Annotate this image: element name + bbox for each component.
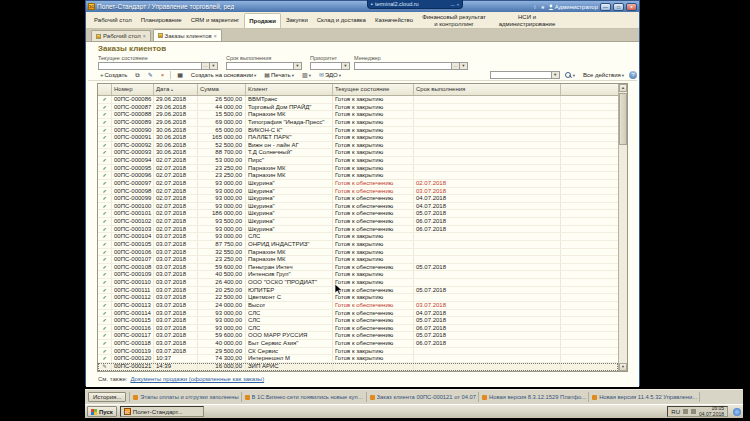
taskbar-app-button[interactable]: 1С Полет-Стандарт... — [120, 406, 204, 417]
table-row[interactable]: ✓ 00ПС-000091 30.06.2018 165 000,00 ПАЛЛ… — [98, 134, 618, 142]
show-desktop-icon[interactable] — [733, 408, 741, 416]
print-button[interactable]: ▤ Печать ▾ — [261, 71, 297, 80]
table-row[interactable]: ✓ 00ПС-000093 30.06.2018 88 700,00 Т.Д С… — [98, 149, 618, 157]
table-row[interactable]: ✓ 00ПС-000116 03.07.2018 93 000,00 СЛС Г… — [98, 325, 618, 333]
table-row[interactable]: ✓ 00ПС-000108 03.07.2018 59 600,00 Пеньт… — [98, 264, 618, 272]
tray-icon[interactable] — [683, 409, 688, 414]
close-button[interactable]: × — [626, 3, 637, 11]
choose-icon[interactable]: … — [452, 62, 460, 70]
table-row[interactable]: ✓ 00ПС-000110 03.07.2018 26 400,00 ООО "… — [98, 279, 618, 287]
chevron-down-icon[interactable]: ▾ — [294, 62, 302, 70]
filter-current-state-input[interactable] — [98, 62, 202, 70]
table-row[interactable]: ✓ 00ПС-000120 10:37 74 300,00 Интернешнл… — [98, 355, 618, 363]
table-row[interactable]: ✓ 00ПС-000115 03.07.2018 93 000,00 СЛС Г… — [98, 317, 618, 325]
table-row[interactable]: ✓ 00ПС-000118 03.07.2018 40 000,00 Быт С… — [98, 340, 618, 348]
table-row[interactable]: ✓ 00ПС-000117 03.07.2018 59 600,00 ООО М… — [98, 332, 618, 340]
edit-button[interactable]: ✎ — [145, 71, 156, 80]
section-menu-item[interactable]: Рабочий стол — [90, 13, 136, 28]
tab-close-icon[interactable]: × — [214, 33, 217, 39]
table-row[interactable]: ✓ 00ПС-000104 03.07.2018 93 000,00 СЛС Г… — [98, 233, 618, 241]
table-row[interactable]: ✓ 00ПС-000095 02.07.2018 23 250,00 Парна… — [98, 165, 618, 173]
chevron-down-icon[interactable]: ▾ — [460, 62, 468, 70]
table-row[interactable]: ✓ 00ПС-000092 30.06.2018 52 500,00 Вижн … — [98, 142, 618, 150]
section-menu-item[interactable]: Планирование — [137, 13, 186, 28]
scroll-down-icon[interactable]: ▼ — [619, 363, 627, 371]
help-icon[interactable]: ? — [629, 71, 637, 79]
scroll-up-icon[interactable]: ▲ — [619, 84, 627, 92]
chevron-down-icon[interactable]: ▾ — [552, 71, 560, 79]
table-row[interactable]: ✓ 00ПС-000106 03.07.2018 32 550,00 Парна… — [98, 249, 618, 257]
table-row[interactable]: ✓ 00ПС-000096 02.07.2018 23 250,00 Парна… — [98, 172, 618, 180]
header-state[interactable]: Текущее состояние — [333, 84, 414, 95]
notification-item[interactable]: Новая версия 11.4.5.32 Управлени... — [592, 392, 700, 402]
set-interval-button[interactable]: ▦ — [174, 71, 186, 80]
window-tab[interactable]: Рабочий стол × — [91, 30, 151, 41]
delete-button[interactable]: × — [158, 71, 168, 80]
scrollbar-thumb[interactable] — [619, 93, 627, 145]
header-due[interactable]: Срок выполнения — [414, 84, 561, 95]
table-row[interactable]: ✓ 00ПС-000087 29.06.2018 44 000,00 Торго… — [98, 104, 618, 112]
notification-item[interactable]: Новая версия 8.3.12.1529 Платфо... — [482, 392, 589, 402]
reports-button[interactable]: ▥▾ — [299, 71, 314, 80]
table-row[interactable]: ✓ 00ПС-000112 03.07.2018 22 500,00 Цветм… — [98, 294, 618, 302]
current-user-badge[interactable]: Администратор — [548, 4, 598, 10]
window-tab[interactable]: Заказы клиентов × — [153, 29, 222, 41]
table-row[interactable]: ✓ 00ПС-000101 02.07.2018 186 000,00 Шкур… — [98, 210, 618, 218]
create-based-on-button[interactable]: Создать на основании ▾ — [188, 71, 260, 80]
section-menu-item[interactable]: Закупки — [282, 13, 312, 28]
table-row[interactable]: ✓ 00ПС-000094 02.07.2018 53 000,00 Пирс"… — [98, 157, 618, 165]
table-row[interactable]: ✓ 00ПС-000109 03.07.2018 40 500,00 Интен… — [98, 271, 618, 279]
filter-manager-input[interactable] — [354, 62, 452, 70]
filter-due-date-input[interactable] — [226, 62, 294, 70]
notification-item[interactable]: Заказ клиента 00ПС-000121 от 04.07 — [370, 392, 479, 402]
section-menu-item[interactable]: Склад и доставка — [313, 13, 370, 28]
table-row[interactable]: ✓ 00ПС-000100 02.07.2018 93 000,00 Шкури… — [98, 203, 618, 211]
find-button[interactable]: ▾ — [562, 71, 578, 80]
rdp-minimize-icon[interactable]: — — [451, 2, 455, 7]
pin-icon[interactable]: ▪ — [371, 1, 373, 7]
table-row[interactable]: ✓ 00ПС-000102 02.07.2018 93 500,00 Шкури… — [98, 218, 618, 226]
section-menu-item[interactable]: НСИ и администрирование — [491, 13, 563, 28]
header-number[interactable]: Номер — [112, 84, 154, 95]
star-icon[interactable]: ★ — [540, 4, 546, 10]
chevron-down-icon[interactable]: ▾ — [342, 62, 350, 70]
tray-icon[interactable] — [691, 409, 696, 414]
table-row[interactable]: ✓ 00ПС-000090 30.06.2018 65 000,00 ВИКОН… — [98, 127, 618, 135]
language-indicator[interactable]: RU — [671, 409, 680, 415]
table-row[interactable]: ✓ 00ПС-000114 03.07.2018 93 000,00 СЛС Г… — [98, 310, 618, 318]
info-icon[interactable]: i — [532, 4, 538, 10]
vertical-scrollbar[interactable]: ▲ ▼ — [618, 84, 627, 371]
header-date[interactable]: Дата ▴ — [154, 84, 198, 95]
section-menu-item[interactable]: Финансовый результат и контроллинг — [418, 13, 490, 28]
all-actions-button[interactable]: Все действия ▾ — [580, 71, 627, 80]
rdp-close-icon[interactable]: × — [457, 2, 459, 7]
choose-icon[interactable]: … — [202, 62, 210, 70]
table-row[interactable]: ✓ 00ПС-000088 29.06.2018 15 500,00 Парна… — [98, 111, 618, 119]
table-row[interactable]: ✓ 00ПС-000111 03.07.2018 20 250,00 ЮПИТЕ… — [98, 287, 618, 295]
maximize-button[interactable]: □ — [613, 3, 624, 11]
start-button[interactable]: Пуск — [87, 406, 117, 417]
filter-priority-input[interactable] — [310, 62, 342, 70]
table-row[interactable]: ✓ 00ПС-000098 02.07.2018 93 000,00 Шкури… — [98, 188, 618, 196]
table-row[interactable]: ✓ 00ПС-000089 29.06.2018 69 000,00 Типог… — [98, 119, 618, 127]
table-row[interactable]: ✓ 00ПС-000105 03.07.2018 87 750,00 ОНРИД… — [98, 241, 618, 249]
edo-button[interactable]: ✉ ЭДО ▾ — [316, 71, 344, 80]
table-row[interactable]: ✓ 00ПС-000097 02.07.2018 93 000,00 Шкури… — [98, 180, 618, 188]
table-row[interactable]: ✓ 00ПС-000099 02.07.2018 93 000,00 Шкури… — [98, 195, 618, 203]
sales-documents-link[interactable]: Документы продажи (оформленные как заказ… — [130, 376, 264, 382]
table-row[interactable]: ✓ 00ПС-000086 29.06.2018 26 500,00 ВВМТр… — [98, 96, 618, 104]
table-row[interactable]: ✓ 00ПС-000103 02.07.2018 93 000,00 Шкури… — [98, 226, 618, 234]
table-row[interactable]: ✓ 00ПС-000107 03.07.2018 23 250,00 Парна… — [98, 256, 618, 264]
copy-button[interactable]: ⧉ — [132, 71, 142, 80]
clock[interactable]: 16:0504.07.2018 — [699, 406, 724, 417]
section-menu-item[interactable]: CRM и маркетинг — [187, 13, 244, 28]
section-menu-item[interactable]: Продажи — [244, 13, 281, 28]
table-row[interactable]: ✓ 00ПС-000113 03.07.2018 24 000,00 Высот… — [98, 302, 618, 310]
header-client[interactable]: Клиент — [246, 84, 333, 95]
table-row[interactable]: ✎ 00ПС-000121 14:39 16 000,00 ЗИП АРИС — [98, 363, 618, 371]
table-row[interactable]: ✓ 00ПС-000119 03.07.2018 29 500,00 СК Се… — [98, 348, 618, 356]
notification-item[interactable]: В 1С:Бизнес-сети появились новые купоны — [245, 392, 367, 402]
section-menu-item[interactable]: Казначейство — [371, 13, 417, 28]
history-button[interactable]: История... — [88, 392, 126, 402]
search-input[interactable] — [490, 71, 552, 79]
